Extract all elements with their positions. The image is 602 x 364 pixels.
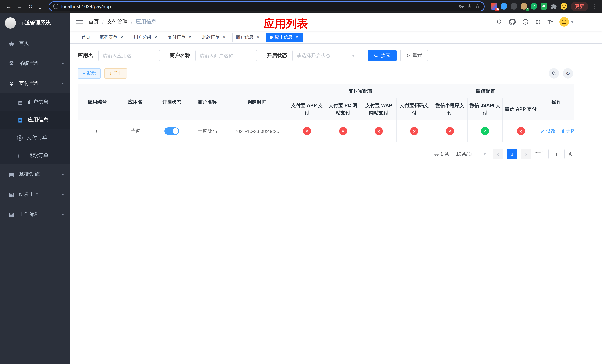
status-toggle[interactable] (164, 128, 179, 135)
refresh-icon: ↻ (406, 53, 410, 58)
cell-actions: 修改 删除 (539, 120, 574, 142)
sidebar-item-payment[interactable]: ¥ 支付管理 ∧ (0, 73, 70, 93)
user-avatar-menu[interactable]: ▾ (559, 17, 573, 27)
top-navbar: 首页 / 支付管理 / 应用信息 ? (70, 13, 602, 31)
cell-wx-lite (432, 120, 467, 142)
delete-button[interactable]: 删除 (561, 128, 574, 135)
search-button[interactable]: 搜索 (368, 50, 397, 62)
close-icon[interactable]: × (187, 35, 193, 40)
reset-button[interactable]: ↻ 重置 (400, 50, 428, 62)
update-button[interactable]: 更新 (571, 2, 588, 11)
search-icon[interactable] (496, 19, 503, 25)
breadcrumb-home[interactable]: 首页 (88, 19, 99, 25)
extension-icon-2[interactable] (501, 3, 507, 10)
fullscreen-icon[interactable] (535, 19, 541, 25)
github-icon[interactable] (509, 19, 516, 25)
credit-card-icon: ▤ (17, 99, 24, 105)
avatar[interactable] (559, 17, 569, 27)
close-icon[interactable]: × (256, 35, 261, 40)
page-number-1[interactable]: 1 (507, 149, 517, 160)
toggle-search-button[interactable] (549, 68, 559, 78)
page-size-select[interactable]: 10条/页 ▾ (453, 149, 489, 160)
cell-wx-app (503, 120, 539, 142)
address-bar[interactable]: i localhost:1024/pay/app ☆ (48, 1, 485, 11)
reload-icon[interactable]: ↻ (28, 3, 33, 9)
svg-text:?: ? (524, 20, 526, 23)
cell-alipay-app (289, 120, 325, 142)
status-label: 开启状态 (267, 52, 287, 59)
extension-icon-1[interactable]: 10 (491, 3, 497, 10)
sidebar-item-home[interactable]: ◉ 首页 (0, 33, 70, 53)
status-select[interactable]: 请选择开启状态 ▾ (292, 50, 358, 62)
page-unit-label: 页 (568, 151, 573, 158)
monitor-icon: ▣ (8, 171, 15, 178)
forward-icon[interactable]: → (17, 3, 22, 9)
cell-alipay-qr (396, 120, 432, 142)
chevron-up-icon: ∧ (62, 81, 64, 85)
tab-refund-order[interactable]: 退款订单 × (198, 32, 230, 42)
prev-page-button[interactable]: ‹ (493, 149, 503, 160)
sidebar-item-devtools[interactable]: ▧ 研发工具 ∨ (0, 184, 70, 204)
help-icon[interactable]: ? (522, 19, 528, 25)
goto-page-input[interactable] (548, 149, 565, 160)
browser-toolbar: ← → ↻ ⌂ i localhost:1024/pay/app ☆ 10 1 (0, 0, 602, 13)
home-icon[interactable]: ⌂ (38, 3, 42, 9)
col-app-id: 应用编号 (78, 84, 117, 120)
sidebar-item-pay-order[interactable]: ¥ 支付订单 (0, 129, 70, 147)
refresh-table-button[interactable]: ↻ (563, 68, 573, 78)
col-alipay-pc: 支付宝 PC 网站支付 (325, 98, 361, 120)
url-text[interactable]: localhost:1024/pay/app (61, 3, 111, 9)
config-status-icon (303, 127, 311, 135)
extension-icon-3[interactable] (511, 3, 517, 10)
browser-menu-icon[interactable]: ⋮ (589, 3, 599, 9)
site-info-icon[interactable]: i (53, 4, 58, 9)
close-icon[interactable]: × (294, 35, 300, 40)
password-key-icon[interactable] (459, 4, 464, 9)
sidebar-menu: ◉ 首页 ⚙ 系统管理 ∨ ¥ 支付管理 ∧ ▤ 商户信息 (0, 33, 70, 225)
tab-bar: 首页 流程表单 × 用户分组 × 支付订单 × 退款订单 × (70, 31, 602, 44)
plus-icon: + (83, 71, 85, 76)
sidebar-item-system[interactable]: ⚙ 系统管理 ∨ (0, 53, 70, 73)
tab-process-form[interactable]: 流程表单 × (96, 32, 128, 42)
chat-extension-icon[interactable] (540, 3, 547, 10)
breadcrumb-payment[interactable]: 支付管理 (107, 19, 128, 25)
merchant-name-input[interactable] (195, 50, 257, 62)
tab-user-group[interactable]: 用户分组 × (130, 32, 162, 42)
share-icon[interactable] (467, 4, 472, 9)
config-status-icon (339, 127, 347, 135)
edit-button[interactable]: 修改 (540, 128, 556, 135)
font-size-icon[interactable]: TT (547, 19, 553, 25)
add-button[interactable]: + 新增 (78, 68, 101, 78)
sidebar-item-merchant-info[interactable]: ▤ 商户信息 (0, 93, 70, 111)
export-button[interactable]: ↓ 导出 (104, 68, 127, 78)
sidebar-item-infrastructure[interactable]: ▣ 基础设施 ∨ (0, 164, 70, 184)
main-area: 应用列表 首页 / 支付管理 / 应用信息 (70, 13, 602, 364)
next-page-button[interactable]: › (521, 149, 531, 160)
tab-home[interactable]: 首页 (78, 32, 94, 42)
extensions-puzzle-icon[interactable] (550, 3, 557, 10)
extension-icon-4[interactable]: 1 (521, 3, 527, 10)
tab-pay-order[interactable]: 支付订单 × (164, 32, 196, 42)
tab-merchant-info[interactable]: 商户信息 × (232, 32, 264, 42)
sidebar-item-app-info[interactable]: ▦ 应用信息 (0, 111, 70, 129)
col-created: 创建时间 (225, 84, 289, 120)
extension-check-icon[interactable]: ✓ (531, 3, 537, 10)
col-alipay-qr: 支付宝扫码支付 (396, 98, 432, 120)
close-icon[interactable]: × (221, 35, 226, 40)
close-icon[interactable]: × (153, 35, 159, 40)
toolbar-right: ↻ (549, 68, 573, 78)
document-icon: ▢ (17, 152, 24, 159)
profile-avatar-icon[interactable] (560, 3, 567, 10)
refresh-icon: ↻ (566, 70, 570, 76)
bookmark-star-icon[interactable]: ☆ (475, 3, 480, 9)
sidebar-fold-icon[interactable] (76, 19, 83, 25)
app-name-input[interactable] (98, 50, 160, 62)
tab-app-info[interactable]: 应用信息 × (266, 32, 303, 42)
sidebar-item-workflow[interactable]: ▨ 工作流程 ∨ (0, 204, 70, 225)
goto-label: 前往 (535, 151, 545, 158)
close-icon[interactable]: × (119, 35, 124, 40)
back-icon[interactable]: ← (6, 3, 11, 9)
chevron-down-icon: ∨ (62, 213, 64, 216)
config-status-icon (410, 127, 418, 135)
sidebar-item-refund-order[interactable]: ▢ 退款订单 (0, 147, 70, 164)
